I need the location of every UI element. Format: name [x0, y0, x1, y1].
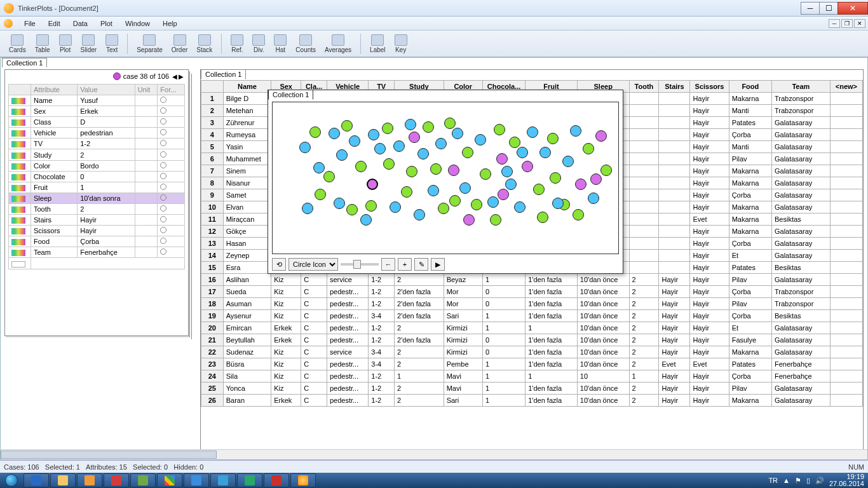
- plot-window-tab[interactable]: Collection 1: [268, 90, 313, 100]
- table-cell[interactable]: Makarna: [729, 93, 771, 105]
- attribute-value[interactable]: Yusuf: [78, 95, 135, 106]
- tool-div[interactable]: Div.: [248, 33, 269, 55]
- plot-point[interactable]: [552, 198, 564, 209]
- column-header[interactable]: Food: [729, 81, 771, 93]
- table-cell[interactable]: 2: [629, 274, 659, 286]
- tray-volume-icon[interactable]: 🔊: [815, 477, 824, 485]
- plot-point[interactable]: [573, 209, 584, 220]
- table-cell[interactable]: Hayir: [690, 262, 729, 274]
- table-cell[interactable]: Erkek: [271, 334, 301, 346]
- table-cell[interactable]: 1'den fazla: [526, 310, 578, 322]
- plot-point[interactable]: [449, 195, 461, 207]
- attribute-row[interactable]: Class D: [9, 117, 185, 128]
- attribute-name[interactable]: Study: [31, 149, 78, 160]
- table-cell[interactable]: Sila: [223, 370, 271, 383]
- column-header[interactable]: <new>: [830, 81, 862, 93]
- table-cell[interactable]: [830, 177, 862, 189]
- attribute-row[interactable]: Fruit 1: [9, 182, 185, 193]
- table-cell[interactable]: C: [301, 310, 327, 322]
- table-cell[interactable]: 1'den fazla: [526, 274, 578, 286]
- attribute-row[interactable]: TV 1-2: [9, 139, 185, 149]
- table-cell[interactable]: [830, 322, 862, 334]
- table-cell[interactable]: Hayir: [659, 370, 690, 383]
- column-header[interactable]: [201, 81, 224, 93]
- column-header[interactable]: Scissors: [690, 81, 729, 93]
- table-cell[interactable]: [659, 117, 690, 129]
- table-row[interactable]: 25YoncaKizCpedestr...1-22Mavi11'den fazl…: [201, 383, 863, 395]
- table-cell[interactable]: Hayir: [690, 105, 729, 117]
- table-cell[interactable]: [629, 226, 659, 238]
- plot-point[interactable]: [514, 201, 526, 213]
- table-cell[interactable]: Trabzonspor: [772, 286, 831, 298]
- table-cell[interactable]: [830, 334, 862, 346]
- table-cell[interactable]: Hayir: [690, 250, 729, 262]
- plot-arrow-left-button[interactable]: ←: [381, 258, 395, 271]
- tool-slider[interactable]: Slider: [77, 33, 101, 55]
- table-cell[interactable]: Makarna: [729, 177, 771, 189]
- table-cell[interactable]: 1'den fazla: [526, 346, 578, 358]
- attribute-unit[interactable]: [135, 139, 158, 149]
- attribute-value[interactable]: 2: [78, 149, 135, 160]
- table-cell[interactable]: 1: [526, 322, 578, 334]
- attribute-formula[interactable]: [158, 171, 185, 182]
- attribute-row[interactable]: Color Bordo: [9, 160, 185, 171]
- plot-point[interactable]: [475, 134, 486, 146]
- plot-point[interactable]: [329, 128, 340, 139]
- attribute-unit[interactable]: [135, 226, 158, 236]
- row-number[interactable]: 8: [201, 177, 224, 189]
- table-cell[interactable]: C: [301, 395, 327, 407]
- taskbar-item[interactable]: [237, 473, 262, 487]
- plot-point[interactable]: [313, 162, 325, 173]
- attribute-formula[interactable]: [158, 117, 185, 128]
- table-cell[interactable]: 3-4: [369, 310, 395, 322]
- table-cell[interactable]: Galatasaray: [772, 141, 831, 153]
- table-cell[interactable]: 3-4: [369, 358, 395, 370]
- attribute-row[interactable]: Stairs Hayir: [9, 215, 185, 226]
- plot-point[interactable]: [487, 196, 499, 208]
- table-cell[interactable]: Hayir: [659, 298, 690, 310]
- taskbar-item[interactable]: [264, 473, 289, 487]
- table-cell[interactable]: 2'den fazla: [395, 298, 444, 310]
- table-cell[interactable]: Yasin: [223, 141, 271, 153]
- table-cell[interactable]: 10'dan önce: [577, 322, 629, 334]
- table-cell[interactable]: Makarna: [729, 201, 771, 214]
- plot-point[interactable]: [533, 184, 545, 195]
- attribute-name[interactable]: Color: [31, 160, 78, 171]
- table-cell[interactable]: Trabzonspor: [772, 93, 831, 105]
- table-cell[interactable]: [830, 310, 862, 322]
- column-header[interactable]: Team: [772, 81, 831, 93]
- plot-point[interactable]: [393, 140, 405, 152]
- attribute-unit[interactable]: [135, 215, 158, 226]
- table-cell[interactable]: Galatasaray: [772, 129, 831, 141]
- plot-point[interactable]: [414, 209, 425, 220]
- tray-up-icon[interactable]: ▲: [783, 477, 790, 484]
- table-cell[interactable]: Hayir: [690, 310, 729, 322]
- table-cell[interactable]: pedestr...: [327, 298, 368, 310]
- plot-point[interactable]: [490, 214, 501, 226]
- taskbar-item[interactable]: [50, 473, 76, 487]
- table-cell[interactable]: 3-4: [369, 346, 395, 358]
- menu-file[interactable]: File: [18, 18, 42, 29]
- plot-point[interactable]: [459, 182, 471, 194]
- plot-point[interactable]: [309, 126, 321, 138]
- attribute-formula[interactable]: [158, 149, 185, 160]
- table-cell[interactable]: Pilav: [729, 153, 771, 165]
- tray-network-icon[interactable]: ▯: [806, 477, 810, 485]
- plot-point[interactable]: [367, 179, 378, 190]
- plot-point[interactable]: [435, 138, 447, 149]
- tray-date[interactable]: 27.06.2014: [829, 480, 864, 487]
- table-cell[interactable]: [830, 153, 862, 165]
- table-cell[interactable]: Beyaz: [444, 274, 482, 286]
- table-cell[interactable]: [830, 346, 862, 358]
- table-cell[interactable]: Büsra: [223, 358, 271, 370]
- tool-key[interactable]: Key: [391, 33, 411, 55]
- plot-point[interactable]: [423, 121, 434, 133]
- attribute-value[interactable]: Hayir: [78, 215, 135, 226]
- table-cell[interactable]: Zeynep: [223, 250, 271, 262]
- tray-lang[interactable]: TR: [768, 477, 778, 484]
- attribute-unit[interactable]: [135, 128, 158, 139]
- table-cell[interactable]: [659, 165, 690, 177]
- table-cell[interactable]: 2: [395, 383, 444, 395]
- table-cell[interactable]: Hayir: [690, 226, 729, 238]
- attribute-name[interactable]: Vehicle: [31, 128, 78, 139]
